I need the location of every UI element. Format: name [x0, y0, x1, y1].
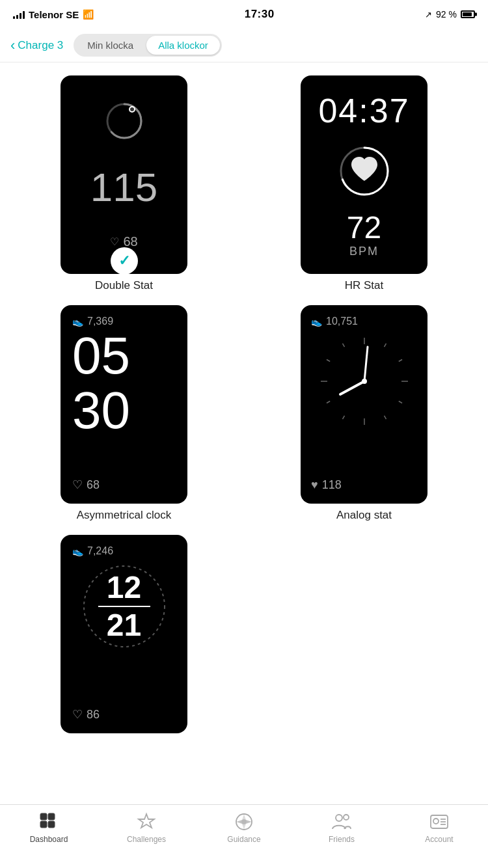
svg-line-18 — [340, 381, 364, 394]
analog-top-stats: 👟 10,751 — [307, 316, 358, 327]
svg-point-3 — [130, 107, 134, 111]
svg-line-19 — [364, 347, 368, 381]
carrier-name: Telenor SE — [29, 9, 79, 20]
dashboard-grid-icon — [39, 812, 59, 832]
svg-line-17 — [342, 344, 344, 347]
tab-challenges[interactable]: Challenges — [98, 811, 195, 844]
tab-dashboard-label: Dashboard — [30, 835, 68, 844]
toggle-all-clocks[interactable]: Alla klockor — [146, 36, 220, 55]
guidance-compass-icon — [234, 812, 254, 832]
nav-bar: ‹ Charge 3 Min klocka Alla klockor — [0, 29, 488, 62]
tab-dashboard[interactable]: Dashboard — [0, 811, 98, 844]
status-right: ↗ 92 % — [425, 9, 475, 20]
svg-line-14 — [326, 401, 329, 403]
watch-face-analog[interactable]: 👟 10,751 — [301, 305, 427, 504]
analog-clock-svg — [316, 332, 413, 430]
watch-item-hr-stat[interactable]: 04:37 72 BPM HR Stat — [251, 75, 478, 292]
status-time: 17:30 — [245, 8, 275, 21]
selected-badge: ✓ — [111, 247, 138, 274]
analog-label: Analog stat — [336, 509, 392, 522]
steps-icon: 👟 — [72, 316, 83, 327]
heart-icon: ♡ — [110, 236, 119, 248]
bpm-area: 72 BPM — [347, 212, 381, 258]
watch-face-asymmetric[interactable]: 👟 7,369 05 30 ♡ 68 — [61, 305, 187, 504]
analog-bottom-stats: ♥ 118 — [307, 478, 342, 496]
svg-line-8 — [398, 360, 401, 362]
watch-face-double-stat[interactable]: 115 ♡ 68 ✓ — [61, 75, 187, 274]
asymmetric-heart: 68 — [87, 478, 100, 492]
back-button[interactable]: ‹ Charge 3 — [10, 38, 63, 53]
watch-item-double-stat[interactable]: 115 ♡ 68 ✓ Double Stat — [10, 75, 237, 292]
classic-divider — [98, 606, 150, 607]
hr-stat-bpm-label: BPM — [349, 245, 379, 258]
account-card-icon — [429, 812, 449, 832]
watch-face-grid: 115 ♡ 68 ✓ Double Stat 04:37 — [10, 75, 478, 733]
battery-percentage: 92 % — [436, 9, 457, 20]
classic-heart: 86 — [87, 708, 100, 722]
heart-ring-icon — [338, 145, 390, 197]
asymmetric-hours: 05 — [67, 330, 130, 382]
back-chevron-icon: ‹ — [10, 38, 15, 53]
classic-minutes: 21 — [107, 610, 141, 641]
watch-face-hr-stat[interactable]: 04:37 72 BPM — [301, 75, 427, 274]
double-stat-number: 115 — [90, 167, 157, 208]
tab-bar: Dashboard Challenges Guidance — [0, 804, 488, 868]
check-icon: ✓ — [118, 252, 130, 269]
tab-account[interactable]: Account — [390, 811, 488, 844]
hr-stat-label: HR Stat — [345, 279, 384, 292]
analog-steps: 10,751 — [326, 316, 358, 327]
challenges-icon — [136, 811, 157, 832]
tab-guidance[interactable]: Guidance — [195, 811, 293, 844]
status-bar: Telenor SE 📶 17:30 ↗ 92 % — [0, 0, 488, 29]
wifi-icon: 📶 — [83, 9, 94, 20]
tab-account-label: Account — [425, 835, 453, 844]
tab-friends[interactable]: Friends — [293, 811, 390, 844]
heart-outline-icon: ♡ — [72, 478, 83, 492]
battery-icon — [461, 10, 475, 18]
svg-line-11 — [384, 416, 386, 419]
steps-icon-classic: 👟 — [72, 546, 83, 556]
steps-icon-analog: 👟 — [311, 316, 322, 327]
back-label: Charge 3 — [18, 39, 63, 52]
svg-point-30 — [336, 815, 342, 821]
svg-marker-29 — [238, 820, 250, 824]
asymmetric-steps: 7,369 — [87, 316, 113, 327]
dashboard-icon — [38, 811, 59, 832]
svg-rect-24 — [40, 821, 47, 828]
toggle-my-watch[interactable]: Min klocka — [75, 36, 145, 55]
svg-line-13 — [342, 416, 344, 419]
svg-point-20 — [362, 379, 367, 384]
asymmetric-top-stats: 👟 7,369 — [67, 316, 113, 327]
analog-heart: 118 — [322, 478, 342, 492]
svg-line-10 — [398, 401, 401, 403]
asymmetric-minutes: 30 — [67, 385, 130, 437]
hr-stat-time: 04:37 — [318, 91, 409, 130]
main-content: 115 ♡ 68 ✓ Double Stat 04:37 — [0, 62, 488, 746]
signal-icon — [13, 10, 25, 19]
heart-outline-classic-icon: ♡ — [72, 707, 83, 722]
svg-marker-26 — [139, 814, 154, 828]
classic-hours: 12 — [107, 572, 141, 603]
account-icon — [429, 811, 450, 832]
svg-rect-22 — [40, 813, 47, 820]
watch-item-analog[interactable]: 👟 10,751 — [251, 305, 478, 522]
classic-top-stats: 👟 7,246 — [67, 545, 113, 557]
heart-filled-icon: ♥ — [311, 478, 318, 492]
svg-rect-25 — [48, 821, 55, 828]
watch-item-classic[interactable]: 👟 7,246 12 21 ♡ — [10, 535, 237, 733]
watch-item-asymmetric[interactable]: 👟 7,369 05 30 ♡ 68 Asymmetrical clock — [10, 305, 237, 522]
classic-clock-ring: 12 21 — [79, 561, 170, 652]
tab-guidance-label: Guidance — [227, 835, 260, 844]
status-left: Telenor SE 📶 — [13, 9, 94, 20]
friends-people-icon — [331, 812, 352, 832]
double-stat-label: Double Stat — [95, 279, 153, 292]
guidance-icon — [234, 811, 254, 832]
asymmetric-bottom-stats: ♡ 68 — [67, 478, 100, 496]
location-icon: ↗ — [425, 10, 432, 20]
friends-icon — [331, 811, 352, 832]
watch-face-classic[interactable]: 👟 7,246 12 21 ♡ — [61, 535, 187, 733]
challenges-star-icon — [137, 812, 156, 832]
svg-point-33 — [433, 819, 439, 824]
progress-circle-icon — [105, 102, 144, 141]
heart-circle-svg — [338, 145, 390, 197]
